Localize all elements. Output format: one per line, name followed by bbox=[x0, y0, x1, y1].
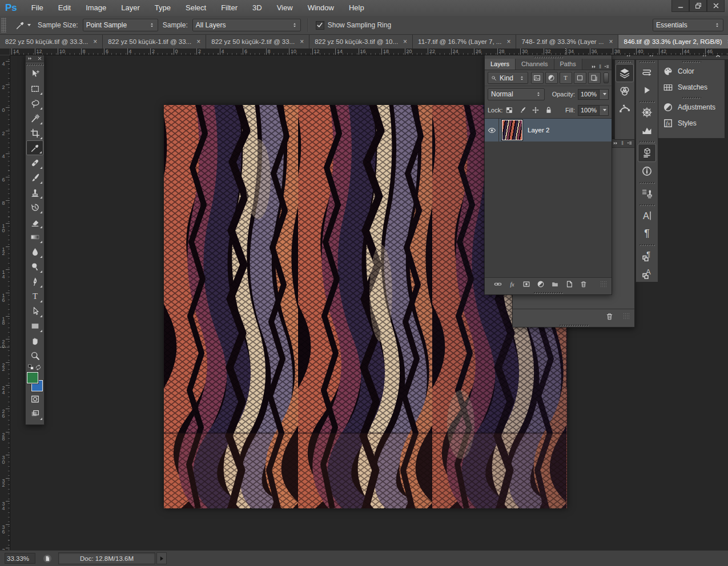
quick-mask-button[interactable] bbox=[26, 391, 43, 406]
lock-move-small-icon[interactable] bbox=[532, 106, 540, 114]
panel-button-color[interactable]: Color bbox=[658, 63, 725, 79]
document-size-field[interactable]: Doc: 12.8M/13.6M bbox=[58, 552, 155, 564]
layer-visibility-toggle[interactable] bbox=[485, 119, 499, 142]
panel-button-navigator[interactable] bbox=[638, 104, 655, 121]
path-selection-tool[interactable] bbox=[26, 304, 43, 318]
sample-size-select[interactable]: Point Sample bbox=[83, 19, 158, 31]
gradient-tool[interactable] bbox=[26, 229, 43, 244]
panel-button-clone-source[interactable] bbox=[638, 185, 655, 202]
document-tab[interactable]: 11-7.tif @ 16.7% (Layer 7, ...× bbox=[413, 34, 516, 48]
hand-tool[interactable] bbox=[26, 333, 43, 348]
panel-grip[interactable] bbox=[636, 180, 658, 184]
clone-stamp-tool[interactable] bbox=[26, 185, 43, 200]
blend-mode-select[interactable]: Normal bbox=[488, 88, 545, 100]
tab-channels[interactable]: Channels bbox=[516, 59, 554, 70]
foreground-color-swatch[interactable] bbox=[27, 372, 38, 383]
swap-colors-icon[interactable] bbox=[35, 364, 42, 371]
panel-menu-icon[interactable] bbox=[604, 64, 609, 70]
lock-brush-small-icon[interactable] bbox=[518, 106, 526, 114]
resize-grip[interactable] bbox=[600, 281, 607, 288]
filter-picture-button[interactable] bbox=[531, 72, 544, 84]
panel-grip[interactable] bbox=[636, 203, 658, 207]
restore-button[interactable] bbox=[689, 0, 707, 12]
spot-healing-brush-tool[interactable] bbox=[26, 155, 43, 170]
blur-tool[interactable] bbox=[26, 244, 43, 259]
tab-paths[interactable]: Paths bbox=[554, 59, 582, 70]
tab-close-icon[interactable]: × bbox=[403, 39, 407, 45]
rectangular-marquee-tool[interactable] bbox=[26, 81, 43, 96]
menu-item-layer[interactable]: Layer bbox=[114, 0, 147, 16]
filter-smart-object-button[interactable] bbox=[588, 72, 601, 84]
close-icon[interactable] bbox=[37, 56, 42, 61]
menu-item-help[interactable]: Help bbox=[341, 0, 372, 16]
filter-adjustment-button[interactable] bbox=[545, 72, 558, 84]
tab-close-icon[interactable]: × bbox=[93, 39, 97, 45]
filter-shape-small-button[interactable] bbox=[574, 72, 586, 84]
panel-button-character-styles[interactable]: A bbox=[638, 265, 655, 282]
close-button[interactable] bbox=[707, 0, 725, 12]
layer-row[interactable]: Layer 2 bbox=[485, 119, 612, 142]
dodge-tool[interactable] bbox=[26, 259, 43, 274]
panel-button-layers[interactable] bbox=[616, 64, 634, 82]
panel-menu-icon[interactable] bbox=[626, 140, 632, 146]
lasso-tool[interactable] bbox=[26, 96, 43, 111]
panel-grip[interactable] bbox=[658, 95, 725, 99]
folder-icon[interactable] bbox=[551, 280, 559, 288]
panel-button-paragraph-styles[interactable]: ¶ bbox=[638, 247, 655, 264]
panel-button-paths[interactable] bbox=[616, 100, 633, 118]
panel-button-paragraph[interactable]: ¶ bbox=[638, 225, 655, 242]
menu-item-view[interactable]: View bbox=[270, 0, 300, 16]
document-tab[interactable]: 822 yz 50 küçük-2.tif @ 33...× bbox=[206, 34, 309, 48]
panel-grip[interactable] bbox=[636, 59, 658, 63]
panel-button-histogram[interactable] bbox=[638, 122, 655, 139]
adjustment-icon[interactable] bbox=[537, 280, 545, 288]
screen-mode-button[interactable] bbox=[26, 406, 43, 421]
collapse-panel-icon[interactable] bbox=[27, 56, 33, 61]
tab-close-icon[interactable]: × bbox=[300, 39, 304, 45]
document-tab[interactable]: 822 yz 50 küçük.tif @ 33.3...× bbox=[0, 34, 103, 48]
move-tool[interactable] bbox=[26, 66, 43, 81]
link-icon[interactable] bbox=[494, 280, 502, 288]
panel-button-info[interactable] bbox=[638, 163, 655, 180]
trash-icon[interactable] bbox=[580, 280, 588, 288]
panel-grip[interactable] bbox=[485, 290, 612, 294]
tab-close-icon[interactable]: × bbox=[196, 39, 200, 45]
panel-button-character[interactable]: A bbox=[638, 207, 655, 224]
eraser-tool[interactable] bbox=[26, 215, 43, 229]
panel-grip[interactable] bbox=[636, 99, 658, 103]
opacity-value[interactable]: 100% bbox=[578, 89, 600, 100]
workspace-select[interactable]: Essentials bbox=[653, 19, 723, 31]
ruler-corner[interactable] bbox=[0, 48, 10, 55]
panel-grip[interactable] bbox=[513, 323, 634, 327]
fill-value[interactable]: 100% bbox=[578, 105, 600, 116]
default-colors-icon[interactable] bbox=[28, 364, 35, 371]
panel-grip[interactable] bbox=[615, 59, 634, 63]
menu-item-select[interactable]: Select bbox=[178, 0, 214, 16]
opacity-dropdown-button[interactable] bbox=[600, 89, 609, 100]
panel-button-actions[interactable] bbox=[638, 82, 655, 99]
show-sampling-ring-checkbox[interactable]: Show Sampling Ring bbox=[316, 21, 391, 30]
ruler-horizontal[interactable]: 1412108642024681012141618202224262830323… bbox=[10, 48, 728, 55]
panel-button-history[interactable] bbox=[638, 64, 655, 81]
menu-item-type[interactable]: Type bbox=[147, 0, 178, 16]
panel-grip[interactable] bbox=[636, 139, 658, 143]
lock-lock-icon[interactable] bbox=[545, 106, 553, 114]
panel-grip[interactable] bbox=[658, 59, 725, 63]
layer-filter-toggle[interactable] bbox=[604, 72, 609, 83]
menu-item-image[interactable]: Image bbox=[78, 0, 114, 16]
type-tool[interactable]: T bbox=[26, 289, 43, 304]
fill-combo[interactable]: 100% bbox=[578, 105, 609, 116]
tab-layers[interactable]: Layers bbox=[485, 59, 516, 70]
opacity-combo[interactable]: 100% bbox=[578, 89, 609, 100]
panel-button-styles[interactable]: fxStyles bbox=[658, 115, 725, 131]
document-tab[interactable]: 822 yz 50 küçük-1.tif @ 33...× bbox=[103, 34, 206, 48]
toolbox-grip[interactable] bbox=[26, 62, 44, 66]
layer-thumbnail[interactable] bbox=[502, 120, 522, 140]
panel-button-swatches[interactable]: Swatches bbox=[658, 79, 725, 95]
menu-item-file[interactable]: File bbox=[24, 0, 51, 16]
lock-checkerboard-icon[interactable] bbox=[505, 106, 513, 114]
panel-button-three-d[interactable] bbox=[638, 144, 656, 162]
fill-dropdown-button[interactable] bbox=[600, 105, 609, 116]
collapse-panel-icon[interactable] bbox=[591, 64, 597, 70]
minimize-button[interactable] bbox=[671, 0, 689, 12]
